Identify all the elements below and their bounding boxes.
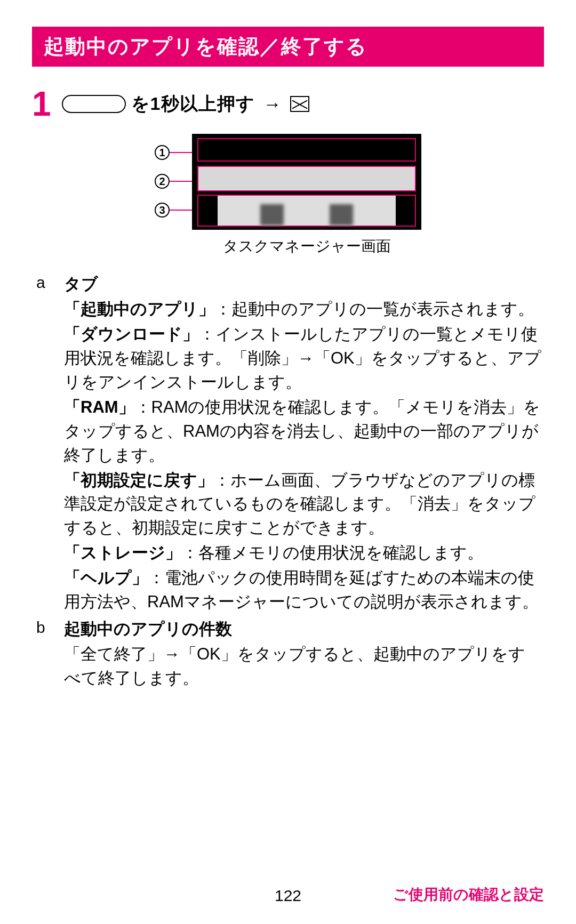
region-3 — [197, 195, 416, 227]
item-b-title: 起動中のアプリの件数 — [64, 617, 542, 641]
step-text: を1秒以上押す — [131, 92, 255, 116]
section-title: 起動中のアプリを確認／終了する — [32, 27, 544, 67]
description-item-a: a タブ 「起動中のアプリ」：起動中のアプリの一覧が表示されます。 「ダウンロー… — [36, 272, 542, 615]
page-footer: 122 ご使用前の確認と設定 — [0, 887, 576, 905]
footer-section-label: ご使用前の確認と設定 — [393, 885, 544, 905]
tab-storage: 「ストレージ」：各種メモリの使用状況を確認します。 — [64, 541, 542, 565]
circled-number-1: 1 — [155, 145, 170, 160]
callout-3: 3 — [155, 196, 192, 224]
tab-reset: 「初期設定に戻す」：ホーム画面、ブラウザなどのアプリの標準設定が設定されているも… — [64, 469, 542, 541]
item-letter-b: b — [36, 617, 64, 692]
tab-download: 「ダウンロード」：インストールしたアプリの一覧とメモリ使用状況を確認します。「削… — [64, 323, 542, 395]
arrow-icon: → — [263, 94, 282, 115]
screen-diagram: 1 2 3 — [155, 134, 421, 256]
diagram-caption: タスクマネージャー画面 — [192, 236, 421, 256]
callout-1: 1 — [155, 138, 192, 167]
item-b-text: 「全て終了」→「OK」をタップすると、起動中のアプリをすべて終了します。 — [64, 642, 542, 690]
leader-line — [170, 152, 192, 153]
step-1-row: 1 を1秒以上押す → — [32, 87, 544, 121]
tab-help: 「ヘルプ」：電池パックの使用時間を延ばすための本端末の使用方法や、RAMマネージ… — [64, 566, 542, 614]
description-item-b: b 起動中のアプリの件数 「全て終了」→「OK」をタップすると、起動中のアプリを… — [36, 617, 542, 692]
tab-ram: 「RAM」：RAMの使用状況を確認します。「メモリを消去」をタップすると、RAM… — [64, 396, 542, 468]
callout-2: 2 — [155, 167, 192, 196]
screen-illustration — [192, 134, 421, 230]
circled-number-2: 2 — [155, 174, 170, 189]
circled-number-3: 3 — [155, 203, 170, 218]
leader-line — [170, 210, 192, 211]
item-letter-a: a — [36, 272, 64, 615]
task-manager-icon — [290, 96, 309, 112]
leader-line — [170, 181, 192, 182]
region-1 — [197, 138, 416, 162]
home-button-icon — [62, 95, 126, 113]
step-number: 1 — [32, 87, 51, 121]
region-2 — [197, 166, 416, 191]
tab-running-apps: 「起動中のアプリ」：起動中のアプリの一覧が表示されます。 — [64, 298, 542, 322]
item-a-title: タブ — [64, 272, 542, 296]
page-number: 122 — [275, 887, 301, 905]
